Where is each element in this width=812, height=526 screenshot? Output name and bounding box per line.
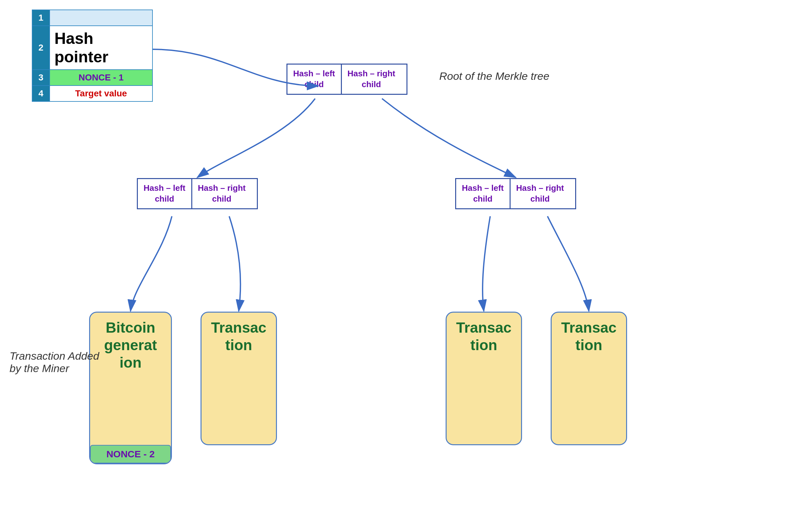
tx-node-3: Transac tion bbox=[446, 312, 522, 445]
right-mid-right-cell: Hash – rightchild bbox=[510, 179, 570, 208]
root-hash-node: Hash – leftchild Hash – rightchild bbox=[287, 64, 407, 95]
left-mid-hash-node: Hash – leftchild Hash – rightchild bbox=[137, 178, 258, 209]
right-mid-left-cell: Hash – leftchild bbox=[456, 179, 510, 208]
tx3-text: Transac tion bbox=[447, 313, 521, 357]
tx2-text: Transac tion bbox=[202, 313, 276, 357]
row1-num: 1 bbox=[32, 10, 50, 26]
transaction-label: Transaction Added by the Miner bbox=[10, 350, 99, 375]
row2-num: 2 bbox=[32, 26, 50, 70]
left-mid-right-cell: Hash – rightchild bbox=[192, 179, 251, 208]
left-mid-left-cell: Hash – leftchild bbox=[138, 179, 192, 208]
root-right-cell: Hash – rightchild bbox=[342, 64, 401, 94]
tx-bitcoin-text: Bitcoin generat ion bbox=[90, 313, 171, 375]
tx-node-bitcoin: Bitcoin generat ion NONCE - 2 bbox=[89, 312, 172, 464]
row3-content: NONCE - 1 bbox=[50, 70, 153, 86]
block-table: 1 2 Hash pointer 3 NONCE - 1 4 Target va… bbox=[32, 10, 153, 102]
tx-node-4: Transac tion bbox=[551, 312, 627, 445]
tx4-text: Transac tion bbox=[552, 313, 626, 357]
tx-node-2: Transac tion bbox=[201, 312, 277, 445]
tx-bitcoin-nonce: NONCE - 2 bbox=[90, 445, 171, 463]
root-left-cell: Hash – leftchild bbox=[287, 64, 342, 94]
row4-content: Target value bbox=[50, 86, 153, 102]
right-mid-hash-node: Hash – leftchild Hash – rightchild bbox=[455, 178, 576, 209]
row3-num: 3 bbox=[32, 70, 50, 86]
row2-content: Hash pointer bbox=[50, 26, 153, 70]
row4-num: 4 bbox=[32, 86, 50, 102]
root-label: Root of the Merkle tree bbox=[439, 70, 549, 82]
row1-content bbox=[50, 10, 153, 26]
